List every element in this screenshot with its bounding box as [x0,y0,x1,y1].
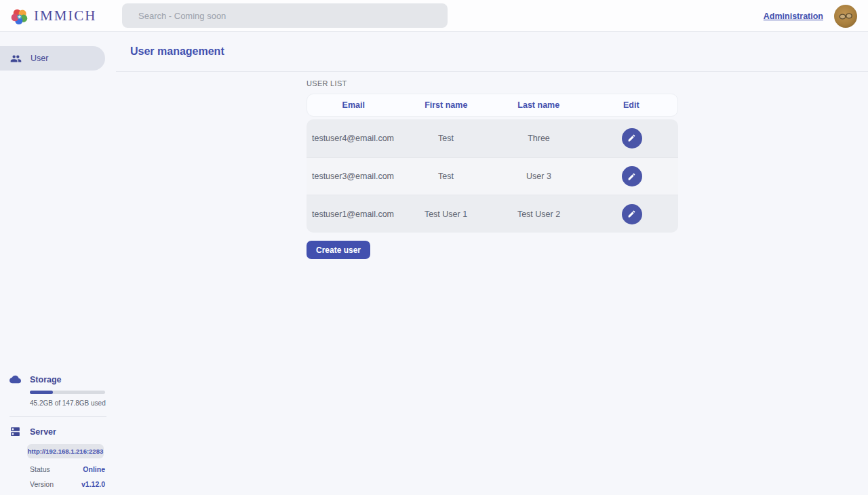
app-logo[interactable]: IMMICH [11,0,97,32]
immich-flower-icon [11,7,28,25]
page-header: User management [116,32,868,72]
storage-progress-fill [30,391,53,394]
edit-user-button[interactable] [622,128,642,148]
table-row: testuser4@email.com Test Three [307,119,678,157]
storage-widget-header: Storage [0,374,116,385]
column-last-name: Last name [492,100,585,110]
version-value: v1.12.0 [81,480,105,488]
cell-first-name: Test User 1 [399,210,492,219]
users-icon [10,53,22,64]
sidebar-item-user[interactable]: User [0,46,105,71]
sidebar-divider [9,416,106,417]
pencil-icon [627,210,636,218]
storage-usage-text: 45.2GB of 147.8GB used [30,399,116,407]
table-header: Email First name Last name Edit [307,94,678,117]
cell-last-name: User 3 [492,172,585,181]
cell-email: testuser4@email.com [307,134,399,143]
sidebar: User Storage 45.2GB of 147.8GB used [0,32,116,495]
column-email: Email [307,100,400,110]
status-label: Status [30,465,50,473]
status-value: Online [83,465,105,473]
cell-first-name: Test [399,134,492,143]
sidebar-item-label: User [31,54,48,63]
user-table: Email First name Last name Edit testuser… [307,94,678,259]
server-icon [9,426,21,437]
table-row: testuser1@email.com Test User 1 Test Use… [307,195,678,233]
main-content: User management USER LIST Email First na… [116,32,868,495]
cell-last-name: Test User 2 [492,210,585,219]
server-widget-header: Server [0,426,116,437]
server-title: Server [30,427,56,437]
content-area: USER LIST Email First name Last name Edi… [116,72,868,259]
server-url[interactable]: http://192.168.1.216:2283 [27,444,104,458]
page-layout: User Storage 45.2GB of 147.8GB used [0,32,868,495]
column-first-name: First name [400,100,493,110]
app-title: IMMICH [34,7,97,24]
page-title: User management [130,45,224,58]
pencil-icon [627,134,636,142]
pencil-icon [627,172,636,181]
top-nav: IMMICH Administration [0,0,868,32]
cell-first-name: Test [399,172,492,181]
cell-email: testuser1@email.com [307,210,399,219]
storage-progress-track [30,391,105,394]
server-version-row: Version v1.12.0 [30,480,105,488]
cell-email: testuser3@email.com [307,172,399,181]
user-avatar[interactable] [834,5,857,28]
column-edit: Edit [585,100,678,110]
edit-user-button[interactable] [622,166,642,186]
create-user-button[interactable]: Create user [307,241,370,259]
sidebar-bottom: Storage 45.2GB of 147.8GB used Server ht… [0,374,116,488]
storage-title: Storage [30,375,62,384]
nav-right: Administration [764,0,857,32]
search-input[interactable] [122,3,448,28]
glasses-icon [837,7,854,25]
version-label: Version [30,480,54,488]
administration-link[interactable]: Administration [764,12,823,21]
table-row: testuser3@email.com Test User 3 [307,157,678,195]
table-body: testuser4@email.com Test Three testuser3… [307,119,678,233]
user-list-label: USER LIST [307,79,868,87]
edit-user-button[interactable] [622,204,642,224]
cloud-icon [9,374,21,385]
cell-last-name: Three [492,134,585,143]
server-status-row: Status Online [30,465,105,473]
